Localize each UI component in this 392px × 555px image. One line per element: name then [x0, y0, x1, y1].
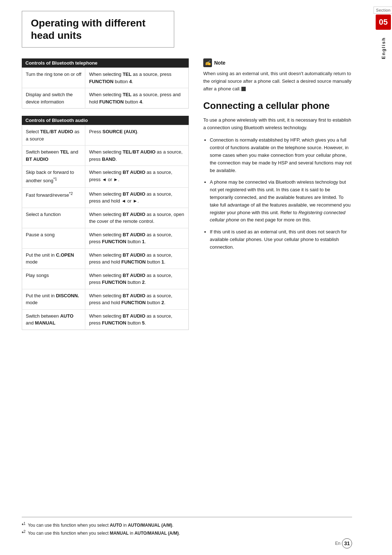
table-cell-instruction: When selecting BT AUDIO as a source, pre…: [85, 289, 189, 309]
page-title-box: Operating with different head units: [22, 11, 174, 48]
page-title: Operating with different head units: [31, 17, 165, 41]
left-column: Controls of Bluetooth telephone Turn the…: [22, 58, 189, 337]
right-column: ✍ Note When using as an external unit, t…: [203, 58, 352, 337]
table-row: Switch between AUTO and MANUAL When sele…: [22, 309, 189, 330]
table-cell-instruction: When selecting BT AUDIO as a source, ope…: [85, 208, 189, 228]
table-cell-action: Skip back or forward to another song*1: [22, 166, 85, 187]
note-text: When using as an external unit, this uni…: [203, 70, 352, 93]
table-cell-instruction: When selecting BT AUDIO as a source, pre…: [85, 166, 189, 187]
table-row: Skip back or forward to another song*1 W…: [22, 166, 189, 187]
table-cell-instruction: When selecting BT AUDIO as a source, pre…: [85, 187, 189, 208]
footnote-1: *1 You can use this function when you se…: [22, 521, 352, 529]
bt-audio-table: Select TEL/BT AUDIO as a source Press SO…: [22, 125, 189, 330]
connecting-bullets: Connection is normally established by HF…: [203, 136, 352, 251]
page-number-area: En 31: [335, 538, 352, 548]
list-item: If this unit is used as an external unit…: [210, 228, 352, 251]
table-row: Display and switch the device informatio…: [22, 88, 189, 109]
table-cell-action: Turn the ring tone on or off: [22, 68, 85, 88]
two-column-layout: Controls of Bluetooth telephone Turn the…: [22, 58, 352, 337]
table-row: Switch between TEL and BT AUDIO When sel…: [22, 146, 189, 166]
table-cell-instruction: When selecting BT AUDIO as a source, pre…: [85, 269, 189, 289]
table-cell-action: Pause a song: [22, 228, 85, 248]
table-cell-action: Put the unit in C.OPEN mode: [22, 248, 85, 269]
table-row: Put the unit in DIS­CONN. mode When sele…: [22, 289, 189, 309]
bt-telephone-table: Turn the ring tone on or off When select…: [22, 68, 189, 109]
table-cell-action: Switch between AUTO and MANUAL: [22, 309, 85, 330]
section-label: Section: [373, 7, 392, 14]
page: Section 05 English Operating with differ…: [0, 0, 392, 555]
note-icon: ✍: [203, 58, 212, 67]
bt-audio-header: Controls of Bluetooth audio: [22, 116, 189, 125]
stop-symbol: [241, 87, 246, 91]
table-cell-action: Select TEL/BT AUDIO as a source: [22, 125, 85, 146]
note-label: Note: [214, 60, 225, 66]
list-item: Connection is normally established by HF…: [210, 136, 352, 174]
table-row: Turn the ring tone on or off When select…: [22, 68, 189, 88]
table-cell-instruction: When selecting TEL as a source, press an…: [85, 88, 189, 109]
table-cell-action: Put the unit in DIS­CONN. mode: [22, 289, 85, 309]
table-cell-action: Display and switch the device informatio…: [22, 88, 85, 109]
page-num-prefix: En: [335, 541, 340, 546]
table-cell-instruction: Press SOURCE (AUX).: [85, 125, 189, 146]
table-cell-action: Play songs: [22, 269, 85, 289]
table-cell-action: Switch between TEL and BT AUDIO: [22, 146, 85, 166]
table-row: Play songs When selecting BT AUDIO as a …: [22, 269, 189, 289]
table-cell-instruction: When selecting TEL as a source, press FU…: [85, 68, 189, 88]
connecting-intro: To use a phone wirelessly with this unit…: [203, 117, 352, 132]
section-number: 05: [376, 15, 391, 30]
note-box: ✍ Note When using as an external unit, t…: [203, 58, 352, 93]
table-row: Select TEL/BT AUDIO as a source Press SO…: [22, 125, 189, 146]
table-row: Put the unit in C.OPEN mode When selecti…: [22, 248, 189, 269]
page-num-circle: 31: [342, 538, 352, 548]
footnote-2: *2 You can use this function when you se…: [22, 529, 352, 537]
table-cell-instruction: When selecting BT AUDIO as a source, pre…: [85, 228, 189, 248]
bt-telephone-header: Controls of Bluetooth telephone: [22, 58, 189, 68]
table-cell-instruction: When selecting BT AUDIO as a source, pre…: [85, 309, 189, 330]
main-content: Operating with different head units Cont…: [0, 0, 392, 359]
table-row: Select a function When selecting BT AUDI…: [22, 208, 189, 228]
note-title: ✍ Note: [203, 58, 352, 67]
language-label: English: [381, 37, 386, 59]
table-row: Fast forward/reverse*2 When selecting BT…: [22, 187, 189, 208]
connecting-section-title: Connecting a cellular phone: [203, 100, 352, 111]
table-row: Pause a song When selecting BT AUDIO as …: [22, 228, 189, 248]
list-item: A phone may be connected via Bluetooth w…: [210, 179, 352, 224]
table-cell-action: Select a function: [22, 208, 85, 228]
table-cell-action: Fast forward/reverse*2: [22, 187, 85, 208]
table-cell-instruction: When selecting BT AUDIO as a source, pre…: [85, 248, 189, 269]
right-sidebar: Section 05 English: [375, 0, 392, 555]
footnotes: *1 You can use this function when you se…: [22, 517, 352, 537]
table-cell-instruction: When selecting TEL/BT AUDIO as a source,…: [85, 146, 189, 166]
